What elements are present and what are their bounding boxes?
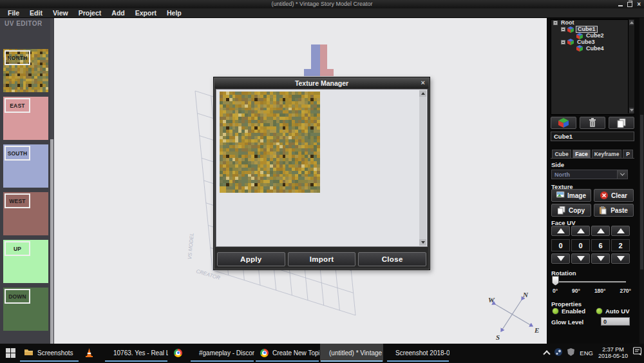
face-uv-increment-button[interactable]	[571, 226, 590, 236]
start-button[interactable]	[6, 348, 15, 358]
tree-node-cube2[interactable]: Cube2	[551, 33, 634, 39]
collapse-icon[interactable]	[561, 27, 565, 32]
import-button[interactable]: Import	[288, 252, 356, 266]
paste-button-label: Paste	[611, 207, 628, 214]
clear-button[interactable]: Clear	[594, 189, 634, 202]
dialog-title-bar[interactable]: Texture Manager ×	[214, 78, 429, 88]
checkbox-enabled[interactable]: Enabled	[552, 308, 585, 315]
tray-expand-icon[interactable]	[544, 350, 551, 357]
menu-view[interactable]: View	[48, 9, 73, 17]
duplicate-button[interactable]	[609, 117, 634, 129]
uv-face-label: UP	[14, 246, 21, 252]
clock[interactable]: 2:37 PM 2018-05-10	[598, 346, 628, 359]
language-indicator[interactable]: ENG	[580, 349, 593, 357]
face-uv-value[interactable]: 0	[571, 239, 590, 251]
checkbox-auto-uv[interactable]: Auto UV	[596, 308, 629, 315]
menu-project[interactable]: Project	[73, 9, 107, 17]
menu-file[interactable]: File	[3, 9, 24, 17]
taskbar-item-screenshots[interactable]: Screenshots	[19, 344, 79, 362]
tree-scrollbar[interactable]	[628, 19, 634, 113]
uv-face-north[interactable]: NORTH	[3, 49, 48, 92]
chrome-icon	[174, 349, 182, 357]
side-label: Side	[551, 161, 564, 168]
compass-s-label: S	[496, 333, 500, 341]
tree-scroll-up-icon[interactable]	[629, 20, 634, 25]
checkbox-on-icon	[552, 308, 559, 315]
scroll-up-icon[interactable]	[419, 90, 426, 97]
uv-face-down[interactable]: DOWN	[3, 288, 48, 331]
tree-scroll-down-icon[interactable]	[629, 108, 634, 113]
taskbar-item-10763-yes-real-lo[interactable]: 10763. Yes - Real Lo...	[104, 344, 168, 362]
tree-node-cube3[interactable]: Cube3	[551, 39, 634, 45]
minimize-icon[interactable]	[618, 5, 623, 6]
scroll-down-icon[interactable]	[419, 239, 426, 246]
uv-face-up[interactable]: UP	[3, 240, 48, 283]
taskbar-item-vlc[interactable]	[80, 344, 103, 362]
arrow-up-icon	[597, 228, 605, 233]
taskbar-item-create-new-topic[interactable]: Create New Topic -...	[255, 344, 319, 362]
paste-button[interactable]: Paste	[594, 204, 634, 217]
rotation-slider-thumb[interactable]	[552, 276, 559, 286]
face-uv-increment-button[interactable]	[551, 226, 570, 236]
apply-button[interactable]: Apply	[217, 252, 285, 266]
steam-icon[interactable]	[554, 347, 562, 358]
rotation-slider-track[interactable]	[554, 281, 626, 283]
side-dropdown[interactable]: North	[551, 170, 628, 179]
notifications-icon[interactable]	[633, 347, 642, 358]
uv-face-west[interactable]: WEST	[3, 192, 48, 235]
collapse-icon[interactable]	[553, 21, 558, 25]
face-uv-decrement-button[interactable]	[551, 253, 570, 264]
delete-button[interactable]	[580, 117, 605, 129]
face-uv-decrement-button[interactable]	[611, 253, 630, 264]
tab-keyframe[interactable]: Keyframe	[592, 150, 621, 158]
chevron-down-icon[interactable]	[617, 170, 627, 179]
face-uv-decrement-button[interactable]	[591, 253, 610, 264]
uv-face-south[interactable]: SOUTH	[3, 144, 48, 188]
close-icon[interactable]: ×	[637, 1, 641, 7]
taskbar-item-label: Screenshot 2018-05...	[395, 349, 450, 357]
face-uv-decrement-button[interactable]	[571, 253, 590, 264]
copy-button[interactable]: Copy	[551, 204, 591, 217]
system-tray: ENG 2:37 PM 2018-05-10	[544, 344, 642, 362]
uv-face-label-box: SOUTH	[5, 146, 30, 161]
taskbar-item-chrome[interactable]	[169, 344, 189, 362]
compass-e-label: E	[534, 326, 539, 334]
add-cube-button[interactable]	[551, 117, 576, 129]
menu-export[interactable]: Export	[130, 9, 162, 17]
inspector-scrollbar[interactable]	[639, 18, 644, 344]
face-uv-value[interactable]: 6	[591, 239, 610, 251]
dialog-close-icon[interactable]: ×	[421, 79, 425, 86]
face-uv-increment-button[interactable]	[611, 226, 630, 236]
face-uv-value[interactable]: 2	[611, 239, 630, 251]
menu-add[interactable]: Add	[106, 9, 129, 17]
taskbar-item-untitled-vintage[interactable]: (untitled) * Vintage ...	[320, 344, 383, 362]
tab-cube[interactable]: Cube	[552, 150, 571, 158]
inspector-scrollbar-thumb[interactable]	[640, 115, 643, 270]
menu-edit[interactable]: Edit	[24, 9, 48, 17]
shield-icon[interactable]	[567, 347, 574, 358]
element-name-field[interactable]: Cube1	[551, 132, 634, 141]
rotation-label: Rotation	[551, 270, 576, 277]
texture-preview[interactable]	[220, 92, 320, 193]
face-uv-value[interactable]: 0	[551, 239, 570, 251]
close-button[interactable]: Close	[358, 252, 426, 266]
model-column-left-face	[311, 44, 320, 69]
uv-scrollbar-thumb[interactable]	[50, 18, 53, 139]
face-uv-increment-button[interactable]	[591, 226, 610, 236]
menu-help[interactable]: Help	[162, 9, 187, 17]
image-button[interactable]: Image	[551, 189, 591, 202]
maximize-icon[interactable]	[627, 2, 632, 7]
uv-face-east[interactable]: EAST	[3, 97, 48, 140]
uv-scrollbar[interactable]	[50, 18, 53, 344]
tab-p[interactable]: P	[623, 150, 633, 158]
taskbar-item-gameplay-discord[interactable]: #gameplay - Discord	[190, 344, 254, 362]
tab-face[interactable]: Face	[573, 150, 591, 158]
tree-node-cube4[interactable]: Cube4	[551, 45, 634, 52]
uv-editor-panel: UV EDITOR NORTHEASTSOUTHWESTUPDOWN	[0, 18, 54, 344]
window-title: (untitled) * Vintage Story Model Creator	[0, 1, 644, 7]
chrome-icon-inner	[262, 351, 267, 355]
taskbar-item-screenshot-2018-05[interactable]: Screenshot 2018-05...	[386, 344, 450, 362]
glow-level-field[interactable]: 0	[601, 317, 630, 326]
collapse-icon[interactable]	[561, 40, 565, 44]
dialog-scrollbar[interactable]	[419, 90, 426, 246]
